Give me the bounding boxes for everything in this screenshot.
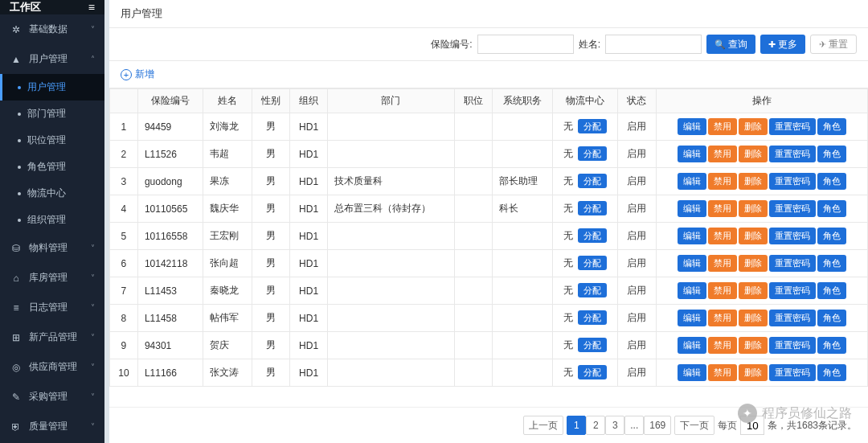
main-content: 用户管理 保险编号: 姓名: 🔍查询 ✚更多 ✈重置 + 新增 保险编号姓名性别… [109, 0, 868, 443]
cell-code: L11526 [137, 141, 203, 168]
nav-item[interactable]: ⊞新产品管理˅ [0, 322, 104, 352]
reset-pwd-button[interactable]: 重置密码 [769, 200, 816, 217]
delete-button[interactable]: 删除 [739, 364, 768, 381]
ban-button[interactable]: 禁用 [708, 200, 737, 217]
delete-button[interactable]: 删除 [739, 337, 768, 354]
subnav-item[interactable]: 物流中心 [0, 180, 104, 207]
pager-next[interactable]: 下一页 [674, 416, 714, 435]
reset-pwd-button[interactable]: 重置密码 [769, 118, 816, 135]
ban-button[interactable]: 禁用 [708, 337, 737, 354]
ban-button[interactable]: 禁用 [708, 255, 737, 272]
reset-pwd-button[interactable]: 重置密码 [769, 337, 816, 354]
reset-pwd-button[interactable]: 重置密码 [769, 228, 816, 244]
edit-button[interactable]: 编辑 [678, 310, 706, 326]
more-button[interactable]: ✚更多 [760, 35, 805, 54]
delete-button[interactable]: 删除 [739, 228, 768, 244]
cell-code: guodong [137, 168, 203, 195]
nav-item[interactable]: ✲基础数据˅ [0, 14, 104, 44]
nav-item[interactable]: ⛁物料管理˅ [0, 233, 104, 263]
assign-button[interactable]: 分配 [578, 338, 607, 352]
role-button[interactable]: 角色 [817, 146, 846, 162]
cell-sysrole: 部长助理 [492, 168, 552, 195]
search-button[interactable]: 🔍查询 [706, 35, 755, 54]
assign-button[interactable]: 分配 [578, 365, 607, 379]
delete-button[interactable]: 删除 [739, 255, 768, 272]
subnav-item[interactable]: 部门管理 [0, 100, 104, 127]
ban-button[interactable]: 禁用 [708, 118, 737, 135]
search-input-code[interactable] [477, 35, 574, 54]
role-button[interactable]: 角色 [817, 310, 846, 326]
assign-button[interactable]: 分配 [578, 228, 607, 243]
cell-gender: 男 [252, 359, 289, 387]
subnav-item[interactable]: 职位管理 [0, 127, 104, 154]
pager-prev[interactable]: 上一页 [523, 416, 563, 435]
role-button[interactable]: 角色 [817, 228, 846, 244]
assign-button[interactable]: 分配 [578, 283, 607, 297]
pager-page[interactable]: 2 [586, 416, 605, 435]
add-button[interactable]: + 新增 [121, 68, 154, 81]
role-button[interactable]: 角色 [817, 173, 846, 190]
role-button[interactable]: 角色 [817, 118, 846, 135]
cell-org: HD1 [290, 332, 328, 359]
ban-button[interactable]: 禁用 [708, 146, 737, 162]
delete-button[interactable]: 删除 [739, 173, 768, 190]
nav-item[interactable]: ▲用户管理˄ [0, 44, 104, 74]
reset-pwd-button[interactable]: 重置密码 [769, 146, 816, 162]
assign-button[interactable]: 分配 [578, 146, 607, 161]
edit-button[interactable]: 编辑 [678, 282, 706, 299]
assign-button[interactable]: 分配 [578, 256, 607, 270]
reset-pwd-button[interactable]: 重置密码 [769, 310, 816, 326]
nav-item[interactable]: ◎供应商管理˅ [0, 352, 104, 382]
edit-button[interactable]: 编辑 [678, 173, 706, 190]
reset-button[interactable]: ✈重置 [810, 35, 857, 54]
cell-status: 启用 [618, 305, 656, 332]
ban-button[interactable]: 禁用 [708, 310, 737, 326]
edit-button[interactable]: 编辑 [678, 228, 706, 244]
subnav-item[interactable]: 用户管理 [0, 74, 104, 100]
assign-button[interactable]: 分配 [578, 174, 607, 188]
sidebar-toggle-icon[interactable]: ≡ [88, 1, 95, 14]
reset-pwd-button[interactable]: 重置密码 [769, 255, 816, 272]
assign-button[interactable]: 分配 [578, 310, 607, 325]
nav-item[interactable]: ⛨质量管理˅ [0, 412, 104, 441]
nav-item[interactable]: ≡日志管理˅ [0, 293, 104, 322]
delete-button[interactable]: 删除 [739, 200, 768, 217]
chevron-icon: ˅ [91, 273, 95, 282]
edit-button[interactable]: 编辑 [678, 337, 706, 354]
ban-button[interactable]: 禁用 [708, 173, 737, 190]
pager-page[interactable]: 3 [605, 416, 624, 435]
role-button[interactable]: 角色 [817, 282, 846, 299]
edit-button[interactable]: 编辑 [678, 255, 706, 272]
nav-item[interactable]: ⌂库房管理˅ [0, 263, 104, 293]
pager-page[interactable]: 169 [644, 416, 671, 435]
reset-pwd-button[interactable]: 重置密码 [769, 282, 816, 299]
nav-item[interactable]: ✎采购管理˅ [0, 382, 104, 412]
subnav-item[interactable]: 组织管理 [0, 207, 104, 233]
role-button[interactable]: 角色 [817, 255, 846, 272]
subnav-item[interactable]: 角色管理 [0, 154, 104, 180]
assign-button[interactable]: 分配 [578, 119, 607, 133]
ban-button[interactable]: 禁用 [708, 282, 737, 299]
role-button[interactable]: 角色 [817, 337, 846, 354]
cell-dept [328, 223, 455, 250]
role-button[interactable]: 角色 [817, 200, 846, 217]
reset-pwd-button[interactable]: 重置密码 [769, 364, 816, 381]
ban-button[interactable]: 禁用 [708, 228, 737, 244]
delete-button[interactable]: 删除 [739, 310, 768, 326]
reset-pwd-button[interactable]: 重置密码 [769, 173, 816, 190]
ban-button[interactable]: 禁用 [708, 364, 737, 381]
role-button[interactable]: 角色 [817, 364, 846, 381]
search-input-name[interactable] [605, 35, 702, 54]
edit-button[interactable]: 编辑 [678, 200, 706, 217]
cell-dept [328, 277, 455, 305]
delete-button[interactable]: 删除 [739, 118, 768, 135]
pager-page[interactable]: 1 [567, 416, 586, 435]
edit-button[interactable]: 编辑 [678, 118, 706, 135]
delete-button[interactable]: 删除 [739, 146, 768, 162]
cell-org: HD1 [290, 250, 328, 277]
table-header: 组织 [290, 89, 328, 113]
edit-button[interactable]: 编辑 [678, 146, 706, 162]
delete-button[interactable]: 删除 [739, 282, 768, 299]
assign-button[interactable]: 分配 [578, 201, 607, 215]
edit-button[interactable]: 编辑 [678, 364, 706, 381]
